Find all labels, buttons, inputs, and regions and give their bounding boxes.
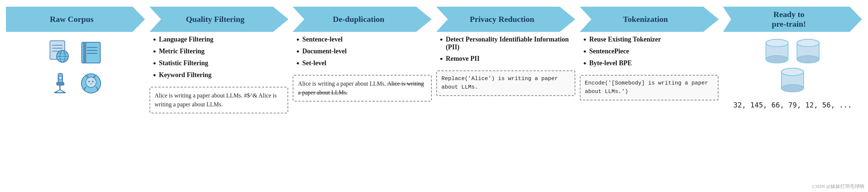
strikethrough-text: Alice is writing a paper about LLMs. bbox=[298, 80, 424, 96]
quality-filtering-bullets: Language Filtering Metric Filtering Stat… bbox=[149, 36, 289, 83]
bullet-language-filtering: Language Filtering bbox=[153, 36, 285, 44]
raw-corpus-title: Raw Corpus bbox=[46, 14, 105, 24]
bullet-remove-pii: Remove PII bbox=[440, 55, 572, 63]
github-icon bbox=[78, 70, 104, 96]
quality-filtering-example: Alice is writing a paper about LLMs. #$^… bbox=[149, 87, 289, 113]
stage-raw-corpus-header: Raw Corpus bbox=[6, 7, 145, 32]
output-numbers: 32, 145, 66, 79, 12, 56, ... bbox=[730, 97, 855, 113]
document-web-icon bbox=[47, 39, 73, 65]
svg-rect-16 bbox=[57, 82, 64, 85]
bullet-reuse-tokenizer: Reuse Existing Tokenizer bbox=[583, 36, 715, 44]
privacy-reduction-title: Privacy Reduction bbox=[466, 14, 545, 24]
quality-filtering-header: Quality Filtering bbox=[149, 7, 289, 32]
bullet-document-level: Document-level bbox=[296, 47, 428, 56]
privacy-reduction-header: Privacy Reduction bbox=[436, 7, 575, 32]
cylinder-icon-3 bbox=[780, 66, 805, 96]
svg-point-21 bbox=[58, 76, 62, 80]
privacy-reduction-bullets: Detect Personality Identifiable Informat… bbox=[436, 36, 575, 67]
quality-filtering-title: Quality Filtering bbox=[182, 14, 255, 24]
bullet-set-level: Set-level bbox=[296, 59, 428, 67]
book-icon bbox=[78, 39, 104, 65]
watermark-text: CSDN @妹妹打羽毛球呐 bbox=[812, 183, 864, 190]
svg-point-26 bbox=[88, 81, 90, 82]
deduplication-bullets: Sentence-level Document-level Set-level bbox=[293, 36, 432, 71]
stage-raw-corpus: Raw Corpus bbox=[4, 7, 147, 185]
stage-deduplication: De-duplication Sentence-level Document-l… bbox=[290, 7, 434, 185]
svg-point-45 bbox=[781, 68, 804, 76]
bullet-metric-filtering: Metric Filtering bbox=[153, 47, 285, 56]
stage-tokenization: Tokenization Reuse Existing Tokenizer Se… bbox=[578, 7, 721, 185]
svg-point-44 bbox=[781, 85, 804, 92]
tokenization-title: Tokenization bbox=[619, 14, 679, 24]
svg-rect-11 bbox=[83, 42, 86, 63]
privacy-reduction-example: Replace('Alice') is writing a paper abou… bbox=[436, 70, 575, 96]
deduplication-example: Alice is writing a paper about LLMs. Ali… bbox=[293, 75, 432, 102]
bullet-sentence-level: Sentence-level bbox=[296, 36, 428, 44]
cylinder-icons-area bbox=[763, 36, 822, 97]
bullet-statistic-filtering: Statistic Filtering bbox=[153, 59, 285, 67]
cylinder-icon-2 bbox=[795, 37, 821, 67]
svg-point-41 bbox=[797, 39, 819, 47]
tokenization-header: Tokenization bbox=[580, 7, 719, 32]
pipeline-container: Raw Corpus bbox=[0, 0, 868, 192]
svg-point-37 bbox=[766, 39, 788, 47]
cylinder-icon-1 bbox=[764, 37, 790, 67]
tokenization-bullets: Reuse Existing Tokenizer SentencePiece B… bbox=[580, 36, 719, 71]
bullet-detect-pii: Detect Personality Identifiable Informat… bbox=[440, 36, 572, 51]
bullet-keyword-filtering: Keyword Filtering bbox=[153, 71, 285, 79]
stage-ready-pretrain: Ready to pre-train! bbox=[721, 7, 864, 185]
svg-point-23 bbox=[86, 77, 96, 87]
svg-point-36 bbox=[766, 56, 788, 63]
deduplication-header: De-duplication bbox=[293, 7, 432, 32]
svg-point-40 bbox=[797, 56, 819, 63]
microscope-icon bbox=[47, 70, 73, 96]
cylinders-top-row bbox=[764, 37, 821, 67]
bullet-sentencepiece: SentencePiece bbox=[583, 47, 715, 56]
stage-privacy-reduction: Privacy Reduction Detect Personality Ide… bbox=[434, 7, 578, 185]
deduplication-title: De-duplication bbox=[329, 14, 396, 24]
svg-point-27 bbox=[92, 81, 94, 82]
ready-pretrain-header: Ready to pre-train! bbox=[723, 7, 862, 32]
raw-corpus-icons bbox=[43, 36, 108, 100]
tokenization-example: Encode('[Somebody] is writing a paper ab… bbox=[580, 75, 719, 100]
bullet-byte-level-bpe: Byte-level BPE bbox=[583, 59, 715, 67]
ready-pretrain-title: Ready to pre-train! bbox=[768, 10, 817, 29]
stage-quality-filtering: Quality Filtering Language Filtering Met… bbox=[147, 7, 291, 185]
